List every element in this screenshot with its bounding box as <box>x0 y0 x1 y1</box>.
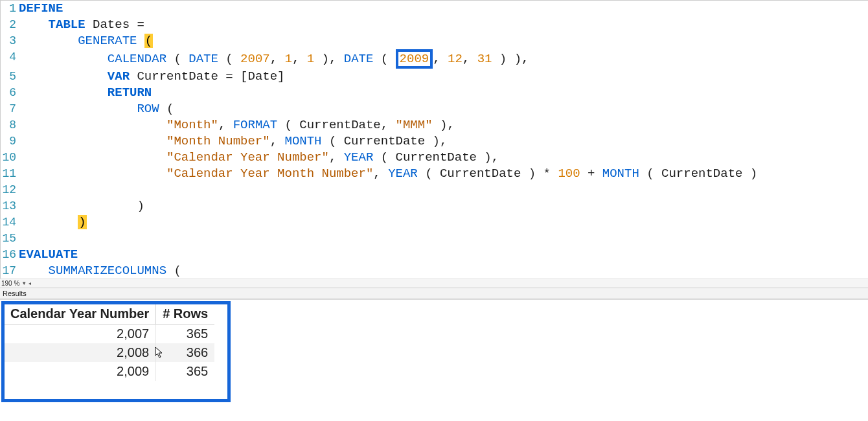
line-number: 16 <box>1 247 19 263</box>
code-line[interactable]: 3 GENERATE ( <box>1 33 868 49</box>
code-line[interactable]: 6 RETURN <box>1 85 868 101</box>
code-line[interactable]: 15 <box>1 231 868 247</box>
table-cell: 2,008 <box>4 343 156 362</box>
line-number: 4 <box>1 49 19 65</box>
code-content[interactable]: CALENDAR ( DATE ( 2007, 1, 1 ), DATE ( 2… <box>19 49 868 69</box>
code-content[interactable]: TABLE Dates = <box>19 17 868 33</box>
code-line[interactable]: 11 "Calendar Year Month Number", YEAR ( … <box>1 166 868 182</box>
code-line[interactable]: 10 "Calendar Year Number", YEAR ( Curren… <box>1 150 868 166</box>
code-content[interactable]: ROW ( <box>19 101 868 117</box>
code-line[interactable]: 13 ) <box>1 198 868 214</box>
line-number: 17 <box>1 263 19 279</box>
table-cell: 365 <box>156 362 215 381</box>
line-number: 8 <box>1 117 19 133</box>
results-table[interactable]: Calendar Year Number# Rows 2,0073652,008… <box>4 304 214 381</box>
line-number: 1 <box>1 1 19 17</box>
code-line[interactable]: 16EVALUATE <box>1 247 868 263</box>
code-line[interactable]: 5 VAR CurrentDate = [Date] <box>1 69 868 85</box>
line-number: 12 <box>1 182 19 198</box>
code-line[interactable]: 8 "Month", FORMAT ( CurrentDate, "MMM" )… <box>1 117 868 133</box>
table-cell: 365 <box>156 324 215 344</box>
line-number: 7 <box>1 101 19 117</box>
code-line[interactable]: 14 ) <box>1 214 868 231</box>
line-number: 14 <box>1 214 19 231</box>
code-editor[interactable]: 1DEFINE2 TABLE Dates =3 GENERATE (4 CALE… <box>0 0 868 279</box>
chevron-down-icon[interactable]: ▼ <box>21 280 27 286</box>
code-content[interactable]: RETURN <box>19 85 868 101</box>
line-number: 6 <box>1 85 19 101</box>
line-number: 11 <box>1 166 19 182</box>
code-content[interactable]: SUMMARIZECOLUMNS ( <box>19 263 868 279</box>
column-header[interactable]: Calendar Year Number <box>4 304 156 324</box>
line-number: 15 <box>1 231 19 247</box>
results-tab[interactable]: Results <box>0 288 868 299</box>
line-number: 10 <box>1 150 19 166</box>
code-line[interactable]: 4 CALENDAR ( DATE ( 2007, 1, 1 ), DATE (… <box>1 49 868 69</box>
code-content[interactable]: GENERATE ( <box>19 33 868 49</box>
table-cell: 2,009 <box>4 362 156 381</box>
code-line[interactable]: 12 <box>1 182 868 198</box>
line-number: 3 <box>1 33 19 49</box>
code-line[interactable]: 9 "Month Number", MONTH ( CurrentDate ), <box>1 133 868 150</box>
chevron-left-icon[interactable]: ◂ <box>29 280 31 286</box>
code-line[interactable]: 7 ROW ( <box>1 101 868 117</box>
code-content[interactable]: DEFINE <box>19 1 868 17</box>
table-cell: 366 <box>156 343 215 362</box>
code-content[interactable]: "Calendar Year Month Number", YEAR ( Cur… <box>19 166 868 182</box>
table-row[interactable]: 2,007365 <box>4 324 214 344</box>
table-cell: 2,007 <box>4 324 156 344</box>
code-content[interactable]: "Month", FORMAT ( CurrentDate, "MMM" ), <box>19 117 868 133</box>
code-content[interactable]: "Month Number", MONTH ( CurrentDate ), <box>19 133 868 150</box>
highlight-box: 2009 <box>396 49 433 69</box>
code-line[interactable]: 17 SUMMARIZECOLUMNS ( <box>1 263 868 279</box>
matched-paren: ) <box>78 215 86 229</box>
line-number: 2 <box>1 17 19 33</box>
code-content[interactable]: "Calendar Year Number", YEAR ( CurrentDa… <box>19 150 868 166</box>
code-content[interactable]: EVALUATE <box>19 247 868 263</box>
code-line[interactable]: 2 TABLE Dates = <box>1 17 868 33</box>
line-number: 5 <box>1 69 19 85</box>
matched-paren: ( <box>144 34 153 48</box>
code-content[interactable]: ) <box>19 198 868 214</box>
line-number: 13 <box>1 198 19 214</box>
column-header[interactable]: # Rows <box>156 304 215 324</box>
zoom-level: 190 % <box>1 280 19 287</box>
results-pane: Calendar Year Number# Rows 2,0073652,008… <box>0 299 868 416</box>
code-content[interactable]: VAR CurrentDate = [Date] <box>19 69 868 85</box>
table-row[interactable]: 2,009365 <box>4 362 214 381</box>
code-content[interactable]: ) <box>19 214 868 231</box>
zoom-bar[interactable]: 190 % ▼ ◂ <box>0 279 868 288</box>
code-line[interactable]: 1DEFINE <box>1 1 868 17</box>
table-row[interactable]: 2,008366 <box>4 343 214 362</box>
line-number: 9 <box>1 133 19 150</box>
